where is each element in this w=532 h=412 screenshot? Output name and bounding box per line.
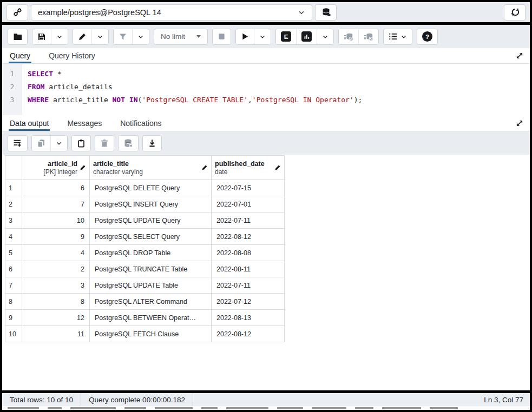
edit-column-icon[interactable] — [274, 164, 281, 171]
plug-icon — [13, 8, 22, 17]
published-date-cell[interactable]: 2022-07-11 — [212, 212, 285, 229]
save-icon — [37, 32, 46, 41]
explain-button[interactable]: E — [276, 29, 296, 44]
macros-button[interactable] — [384, 29, 412, 44]
cancel-query-button[interactable] — [213, 29, 231, 44]
code-line: 1SELECT * — [2, 68, 530, 81]
delete-row-button[interactable] — [95, 136, 114, 151]
table-row: 310PostgreSQL UPDATE Query2022-07-11 — [5, 212, 285, 229]
editor-tabbar: Query Query History — [2, 48, 530, 64]
article-title-cell[interactable]: PostgreSQL INSERT Query — [90, 196, 212, 212]
chevron-down-icon — [56, 34, 63, 40]
tab-notifications[interactable]: Notifications — [119, 115, 162, 131]
row-number-cell[interactable]: 4 — [5, 229, 22, 245]
article-id-cell[interactable]: 3 — [22, 277, 90, 294]
published-date-cell[interactable]: 2022-07-01 — [212, 196, 285, 212]
tab-query[interactable]: Query — [9, 48, 31, 63]
save-data-button[interactable] — [119, 136, 138, 151]
edit-button[interactable] — [73, 29, 91, 44]
rollback-button[interactable] — [358, 29, 378, 44]
copy-button[interactable] — [32, 136, 50, 151]
explain-menu-button[interactable] — [317, 29, 333, 44]
numbered-list-icon — [389, 32, 398, 41]
row-number-cell[interactable]: 2 — [5, 196, 22, 212]
refresh-button[interactable] — [504, 4, 526, 21]
column-header-article-title[interactable]: article_title character varying — [90, 156, 212, 180]
download-results-button[interactable] — [143, 136, 161, 151]
article-id-cell[interactable]: 7 — [22, 196, 90, 212]
row-number-cell[interactable]: 6 — [5, 261, 22, 277]
execute-menu-button[interactable] — [254, 29, 271, 44]
paste-button[interactable] — [72, 136, 90, 151]
published-date-cell[interactable]: 2022-07-11 — [212, 277, 285, 294]
column-header-published-date[interactable]: published_date date — [212, 156, 285, 180]
article-title-cell[interactable]: PostgreSQL ALTER Command — [90, 294, 212, 310]
row-number-cell[interactable]: 1 — [5, 180, 22, 196]
chevron-down-icon — [97, 34, 103, 40]
article-id-cell[interactable]: 9 — [22, 229, 90, 245]
article-title-cell[interactable]: PostgreSQL BETWEEN Operat… — [90, 310, 212, 326]
article-title-cell[interactable]: PostgreSQL UPDATE Query — [90, 212, 212, 229]
published-date-cell[interactable]: 2022-07-12 — [212, 294, 285, 310]
article-title-cell[interactable]: PostgreSQL DROP Table — [90, 245, 212, 261]
save-menu-button[interactable] — [51, 29, 68, 44]
article-id-cell[interactable]: 10 — [22, 212, 90, 229]
article-id-cell[interactable]: 8 — [22, 294, 90, 310]
published-date-cell[interactable]: 2022-08-12 — [212, 229, 285, 245]
output-tabbar: Data output Messages Notifications — [2, 115, 530, 131]
published-date-cell[interactable]: 2022-08-08 — [212, 245, 285, 261]
row-number-cell[interactable]: 7 — [5, 277, 22, 294]
article-id-cell[interactable]: 4 — [22, 245, 90, 261]
commit-button[interactable] — [339, 29, 358, 44]
edit-menu-button[interactable] — [91, 29, 108, 44]
row-number-cell[interactable]: 3 — [5, 212, 22, 229]
published-date-cell[interactable]: 2022-08-11 — [212, 261, 285, 277]
tab-query-history[interactable]: Query History — [48, 48, 96, 63]
add-row-button[interactable] — [8, 136, 27, 151]
row-limit-select[interactable]: No limit — [154, 29, 208, 45]
article-title-cell[interactable]: PostgreSQL DELETE Query — [90, 180, 212, 196]
row-number-cell[interactable]: 8 — [5, 294, 22, 310]
save-button[interactable] — [32, 29, 51, 44]
article-title-cell[interactable]: PostgreSQL TRUNCATE Table — [90, 261, 212, 277]
row-number-cell[interactable]: 9 — [5, 310, 22, 326]
copy-icon — [37, 139, 45, 148]
expand-editor-icon[interactable] — [516, 52, 523, 59]
edit-column-icon[interactable] — [80, 164, 86, 171]
article-id-cell[interactable]: 12 — [22, 310, 90, 326]
article-id-cell[interactable]: 11 — [22, 326, 90, 342]
table-row: 73PostgreSQL UPDATE Table2022-07-11 — [5, 277, 285, 294]
connection-status-button[interactable] — [6, 4, 28, 21]
published-date-cell[interactable]: 2022-07-15 — [212, 180, 285, 196]
explain-analyze-button[interactable] — [296, 29, 317, 44]
row-number-header[interactable] — [5, 156, 22, 180]
article-title-cell[interactable]: PostgreSQL SELECT Query — [90, 229, 212, 245]
cursor-position-status: Ln 3, Col 77 — [476, 393, 530, 406]
new-connection-button[interactable] — [315, 4, 337, 21]
expand-output-icon[interactable] — [516, 119, 523, 127]
sql-editor[interactable]: 1SELECT *2FROM article_details3WHERE art… — [2, 64, 530, 115]
edit-column-icon[interactable] — [201, 164, 208, 171]
table-row: 49PostgreSQL SELECT Query2022-08-12 — [5, 229, 285, 245]
article-title-cell[interactable]: PostgreSQL UPDATE Table — [90, 277, 212, 294]
open-file-button[interactable] — [8, 29, 27, 44]
copy-menu-button[interactable] — [50, 136, 67, 151]
row-number-cell[interactable]: 5 — [5, 245, 22, 261]
row-number-cell[interactable]: 10 — [5, 326, 22, 342]
tab-data-output[interactable]: Data output — [9, 115, 50, 131]
published-date-cell[interactable]: 2022-08-13 — [212, 310, 285, 326]
connection-select[interactable]: example/postgres@PostgreSQL 14 — [31, 4, 312, 21]
article-id-cell[interactable]: 6 — [22, 180, 90, 196]
tab-messages[interactable]: Messages — [66, 115, 103, 131]
published-date-cell[interactable]: 2022-08-12 — [212, 326, 285, 342]
article-title-cell[interactable]: PostgreSQL FETCH Clause — [90, 326, 212, 342]
article-id-cell[interactable]: 2 — [22, 261, 90, 277]
connection-label: example/postgres@PostgreSQL 14 — [38, 8, 161, 17]
filter-button[interactable] — [114, 29, 132, 44]
execute-button[interactable] — [236, 29, 254, 44]
clipboard-icon — [77, 139, 86, 148]
column-header-article-id[interactable]: article_id [PK] integer — [22, 156, 90, 180]
help-button[interactable]: ? — [417, 29, 437, 44]
filter-menu-button[interactable] — [132, 29, 149, 44]
table-row: 88PostgreSQL ALTER Command2022-07-12 — [5, 294, 285, 310]
